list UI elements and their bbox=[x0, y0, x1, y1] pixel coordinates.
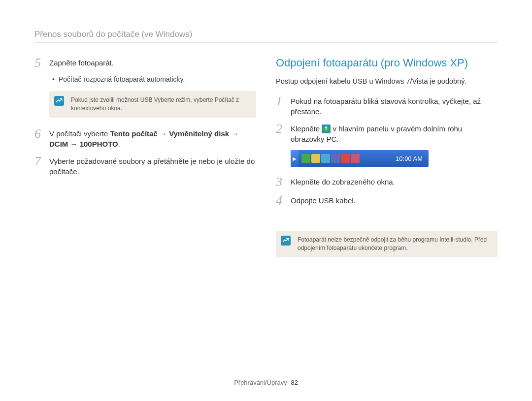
taskbar-clock: 10:00 AM bbox=[396, 155, 429, 162]
step-number: 1 bbox=[276, 95, 291, 108]
note-box-usb: Pokud jste zvolili možnost USB Vyberte r… bbox=[49, 91, 256, 118]
step-number: 5 bbox=[34, 57, 49, 69]
tray-icon bbox=[301, 154, 310, 163]
step-5: 5 Zapněte fotoaparát. bbox=[34, 57, 256, 69]
footer-page-number: 82 bbox=[291, 379, 298, 386]
note-text: , vyberte bbox=[190, 96, 214, 103]
step-7: 7 Vyberte požadované soubory a přetáhnět… bbox=[34, 155, 256, 177]
step-1: 1 Pokud na fotoaparátu bliká stavová kon… bbox=[276, 95, 498, 117]
step-2: 2 Klepněte v hlavním panelu v pravém dol… bbox=[276, 123, 498, 144]
step-number: 6 bbox=[34, 127, 49, 140]
step-number: 4 bbox=[276, 194, 291, 207]
section-title: Odpojení fotoaparátu (pro Windows XP) bbox=[276, 57, 498, 69]
step-text: Odpojte USB kabel. bbox=[291, 194, 356, 206]
section-subnote: Postup odpojení kabelu USB u Windows 7/V… bbox=[276, 76, 498, 86]
step-text: V počítači vyberte Tento počítač → Vyměn… bbox=[49, 127, 256, 149]
note-icon bbox=[54, 96, 64, 106]
step5-bullet: Počítač rozpozná fotoaparát automaticky. bbox=[52, 75, 256, 83]
taskbar-screenshot: ▶ 10:00 AM bbox=[291, 150, 429, 167]
tray-icon bbox=[321, 154, 330, 163]
step-text: Pokud na fotoaparátu bliká stavová kontr… bbox=[291, 95, 498, 117]
note-bold: Vyberte režim bbox=[154, 96, 191, 103]
step-number: 7 bbox=[34, 155, 49, 168]
note-icon bbox=[281, 236, 291, 246]
page-footer: Přehráváni/Úpravy 82 bbox=[34, 374, 498, 386]
step6-text-a: V počítači vyberte bbox=[49, 129, 110, 138]
breadcrumb: Přenos souborů do počítače (ve Windows) bbox=[34, 30, 498, 43]
step-text: Zapněte fotoaparát. bbox=[49, 57, 114, 68]
step6-text-b: . bbox=[118, 140, 120, 148]
note-text: Fotoaparát nelze bezpečně odpojit za běh… bbox=[298, 236, 487, 251]
taskbar-expand-icon: ▶ bbox=[291, 150, 299, 167]
tray-icon bbox=[331, 154, 340, 163]
safely-remove-icon bbox=[322, 124, 331, 133]
step-text: Vyberte požadované soubory a přetáhněte … bbox=[49, 155, 256, 177]
step-number: 2 bbox=[276, 123, 291, 135]
note-text: Pokud jste zvolili možnost USB bbox=[71, 96, 154, 103]
tray-icon bbox=[311, 154, 320, 163]
left-column: 5 Zapněte fotoaparát. Počítač rozpozná f… bbox=[34, 57, 256, 374]
right-column: Odpojení fotoaparátu (pro Windows XP) Po… bbox=[276, 57, 498, 374]
tray-icon bbox=[351, 154, 360, 163]
tray-icon bbox=[341, 154, 350, 163]
step-4: 4 Odpojte USB kabel. bbox=[276, 194, 498, 207]
step-text: Klepněte do zobrazeného okna. bbox=[291, 176, 395, 187]
step-number: 3 bbox=[276, 176, 291, 188]
step-text: Klepněte v hlavním panelu v pravém dolní… bbox=[291, 123, 498, 144]
footer-section: Přehráváni/Úpravy bbox=[234, 379, 287, 386]
step-6: 6 V počítači vyberte Tento počítač → Vym… bbox=[34, 127, 256, 149]
note-box-warning: Fotoaparát nelze bezpečně odpojit za běh… bbox=[276, 231, 498, 257]
note-bold: Počítač bbox=[215, 96, 234, 103]
step2-text-a: Klepněte bbox=[291, 124, 322, 133]
step-3: 3 Klepněte do zobrazeného okna. bbox=[276, 176, 498, 188]
taskbar-tray-icons bbox=[299, 154, 363, 163]
